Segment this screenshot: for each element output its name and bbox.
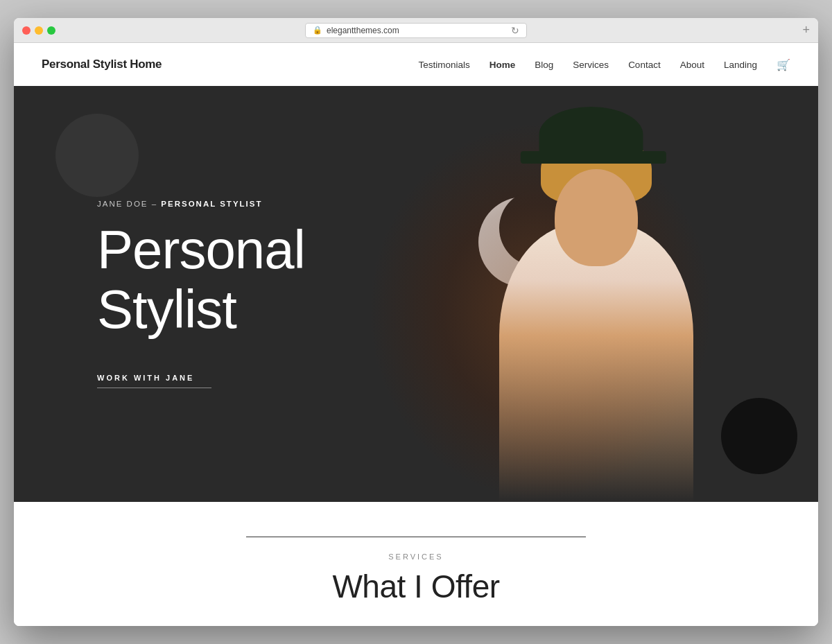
hero-title-line1: Personal bbox=[97, 219, 305, 280]
nav-item-contact[interactable]: Contact bbox=[628, 58, 661, 71]
nav-link-landing[interactable]: Landing bbox=[724, 60, 757, 70]
site-navigation: Personal Stylist Home Testimonials Home … bbox=[14, 43, 818, 86]
nav-item-cart[interactable]: 🛒 bbox=[777, 58, 790, 71]
website-content: Personal Stylist Home Testimonials Home … bbox=[14, 43, 818, 626]
hero-subtitle: JANE DOE – PERSONAL STYLIST bbox=[97, 200, 305, 208]
hero-cta: WORK WITH JANE bbox=[97, 374, 305, 388]
nav-link-services[interactable]: Services bbox=[573, 60, 609, 70]
nav-link-testimonials[interactable]: Testimonials bbox=[419, 60, 470, 70]
nav-item-landing[interactable]: Landing bbox=[724, 58, 757, 71]
cart-icon[interactable]: 🛒 bbox=[777, 59, 790, 71]
browser-dots bbox=[22, 26, 55, 35]
decorative-circle-top-left bbox=[55, 114, 139, 197]
person-image bbox=[437, 107, 756, 502]
hero-title-line2: Stylist bbox=[97, 279, 236, 340]
nav-link-contact[interactable]: Contact bbox=[628, 60, 661, 70]
cta-underline bbox=[97, 388, 211, 388]
browser-window: 🔒 elegantthemes.com ↻ + Personal Stylist… bbox=[14, 18, 818, 626]
services-label: SERVICES bbox=[42, 552, 790, 561]
url-text: elegantthemes.com bbox=[327, 26, 399, 35]
hero-subtitle-suffix: PERSONAL STYLIST bbox=[161, 200, 262, 208]
new-tab-icon[interactable]: + bbox=[802, 23, 810, 37]
services-section: SERVICES What I Offer bbox=[14, 502, 818, 626]
address-bar[interactable]: 🔒 elegantthemes.com ↻ bbox=[305, 23, 527, 38]
cta-link[interactable]: WORK WITH JANE bbox=[97, 374, 305, 388]
site-menu: Testimonials Home Blog Services Contact … bbox=[419, 58, 790, 71]
nav-item-testimonials[interactable]: Testimonials bbox=[419, 58, 470, 71]
person-body bbox=[499, 225, 693, 502]
hero-subtitle-prefix: JANE DOE – bbox=[97, 200, 161, 208]
minimize-dot[interactable] bbox=[35, 26, 43, 35]
hero-section: JANE DOE – PERSONAL STYLIST Personal Sty… bbox=[14, 86, 818, 502]
nav-link-blog[interactable]: Blog bbox=[535, 60, 553, 70]
nav-item-services[interactable]: Services bbox=[573, 58, 609, 71]
browser-titlebar: 🔒 elegantthemes.com ↻ + bbox=[14, 18, 818, 43]
hero-content: JANE DOE – PERSONAL STYLIST Personal Sty… bbox=[14, 200, 305, 389]
hero-title: Personal Stylist bbox=[97, 220, 305, 340]
nav-item-blog[interactable]: Blog bbox=[535, 58, 553, 71]
site-logo[interactable]: Personal Stylist Home bbox=[42, 58, 162, 71]
nav-link-about[interactable]: About bbox=[680, 60, 704, 70]
nav-item-about[interactable]: About bbox=[680, 58, 704, 71]
nav-link-home[interactable]: Home bbox=[489, 60, 516, 70]
nav-item-home[interactable]: Home bbox=[489, 58, 516, 71]
person-head bbox=[555, 169, 638, 266]
person-hat-brim bbox=[521, 151, 666, 164]
services-title: What I Offer bbox=[42, 568, 790, 605]
services-divider bbox=[246, 537, 586, 537]
maximize-dot[interactable] bbox=[47, 26, 55, 35]
close-dot[interactable] bbox=[22, 26, 31, 35]
reload-icon[interactable]: ↻ bbox=[511, 25, 519, 36]
lock-icon: 🔒 bbox=[313, 26, 322, 35]
